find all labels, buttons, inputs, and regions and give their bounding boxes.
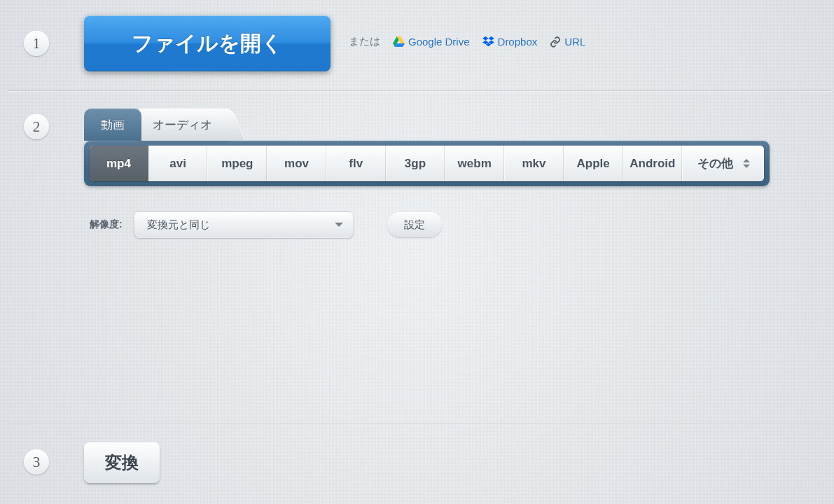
or-label: または [349, 35, 380, 48]
resolution-row: 解像度: 変換元と同じ 設定 [90, 211, 442, 238]
format-android-label: Android [630, 157, 675, 171]
tab-video-label: 動画 [101, 117, 125, 133]
source-url[interactable]: URL [550, 36, 585, 48]
resolution-label: 解像度: [90, 218, 123, 231]
sort-icon [743, 159, 750, 168]
format-other[interactable]: その他 [682, 146, 764, 181]
format-mpeg-label: mpeg [221, 157, 253, 171]
settings-button[interactable]: 設定 [387, 212, 442, 237]
format-apple[interactable]: Apple [564, 146, 623, 181]
chevron-down-icon [335, 223, 343, 227]
svg-marker-4 [488, 36, 494, 41]
format-apple-label: Apple [576, 157, 609, 171]
format-avi-label: avi [169, 157, 186, 171]
convert-button[interactable]: 変換 [84, 442, 160, 483]
step-2-number: 2 [33, 118, 41, 136]
format-bar: mp4 avi mpeg mov flv 3gp webm mkv Apple … [84, 141, 770, 186]
format-other-label: その他 [697, 155, 733, 172]
format-mov-label: mov [284, 157, 309, 171]
source-google-drive[interactable]: Google Drive [393, 36, 470, 48]
format-avi[interactable]: avi [148, 146, 208, 181]
source-url-label: URL [564, 36, 585, 48]
divider-1 [7, 90, 830, 92]
step-3-number: 3 [33, 454, 41, 471]
source-google-drive-label: Google Drive [408, 36, 470, 48]
tab-audio-label: オーディオ [153, 117, 212, 133]
format-flv[interactable]: flv [326, 146, 386, 181]
format-mpeg[interactable]: mpeg [207, 146, 267, 181]
step-1-badge: 1 [24, 31, 49, 56]
resolution-value: 変換元と同じ [147, 218, 210, 232]
format-android[interactable]: Android [623, 146, 682, 181]
resolution-dropdown[interactable]: 変換元と同じ [134, 211, 354, 238]
open-file-label: ファイルを開く [132, 31, 283, 55]
format-webm-label: webm [458, 157, 492, 171]
source-dropbox[interactable]: Dropbox [482, 36, 538, 48]
format-3gp[interactable]: 3gp [386, 146, 445, 181]
step-1-number: 1 [33, 35, 41, 52]
divider-2 [7, 423, 830, 424]
step-3-badge: 3 [24, 449, 49, 475]
convert-label: 変換 [105, 453, 139, 472]
tab-video[interactable]: 動画 [84, 108, 141, 141]
format-mp4-label: mp4 [106, 157, 131, 171]
format-webm[interactable]: webm [445, 146, 504, 181]
format-flv-label: flv [349, 157, 363, 171]
source-dropbox-label: Dropbox [498, 36, 538, 48]
format-mp4[interactable]: mp4 [90, 146, 148, 181]
format-mkv[interactable]: mkv [504, 146, 564, 181]
open-file-button[interactable]: ファイルを開く [84, 15, 331, 71]
link-icon [550, 36, 561, 48]
step-2-badge: 2 [24, 114, 49, 139]
format-3gp-label: 3gp [405, 157, 426, 171]
format-mov[interactable]: mov [267, 146, 326, 181]
google-drive-icon [393, 36, 405, 47]
media-type-tabs: 動画 オーディオ [84, 108, 229, 141]
svg-marker-3 [482, 36, 488, 41]
alt-sources-row: または Google Drive Dropbox [349, 35, 585, 48]
tab-audio[interactable]: オーディオ [136, 108, 229, 141]
dropbox-icon [482, 36, 494, 47]
settings-label: 設定 [404, 218, 425, 230]
format-mkv-label: mkv [522, 157, 545, 171]
